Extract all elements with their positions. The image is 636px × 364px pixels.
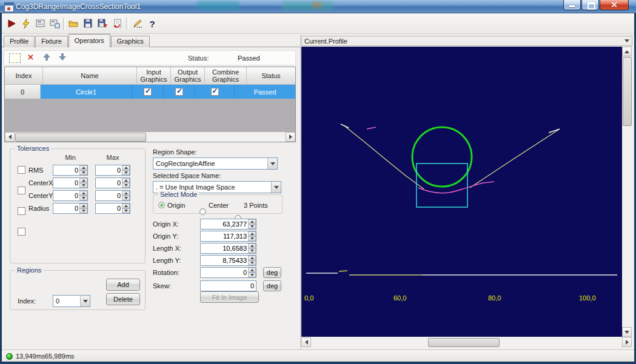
spin-up-button[interactable]: [122, 165, 130, 170]
spin-down-button[interactable]: [248, 224, 256, 229]
spin-down-button[interactable]: [122, 170, 130, 175]
radius-min-input[interactable]: [53, 204, 79, 213]
scroll-left-button[interactable]: [5, 132, 15, 142]
output-graphics-checkbox[interactable]: [175, 88, 183, 96]
open-button[interactable]: [67, 17, 80, 30]
scroll-track[interactable]: [311, 337, 622, 347]
centery-max-input[interactable]: [96, 191, 122, 200]
spin-up-button[interactable]: [79, 204, 87, 208]
scroll-right-button[interactable]: [622, 337, 632, 347]
spin-down-button[interactable]: [79, 170, 87, 175]
display-v-scrollbar[interactable]: [622, 47, 632, 337]
scroll-thumb[interactable]: [15, 133, 146, 142]
centery-min-input[interactable]: [53, 191, 79, 200]
import-button[interactable]: [110, 17, 124, 30]
column-header-status[interactable]: Status: [247, 67, 295, 85]
spin-up-button[interactable]: [122, 178, 130, 183]
dropdown-arrow-button[interactable]: [267, 158, 277, 169]
spin-up-button[interactable]: [79, 191, 87, 196]
minimize-button[interactable]: [563, 0, 581, 10]
save-as-button[interactable]: [96, 17, 109, 30]
spin-down-button[interactable]: [248, 236, 256, 241]
search-region-rect[interactable]: [417, 164, 467, 207]
skew-deg-button[interactable]: deg: [263, 280, 281, 291]
spin-up-button[interactable]: [79, 178, 87, 183]
spin-up-button[interactable]: [248, 219, 256, 224]
region-index-dropdown[interactable]: 0: [53, 295, 90, 307]
radius-max-input[interactable]: [96, 204, 122, 213]
scroll-left-button[interactable]: [301, 337, 311, 347]
tab-graphics[interactable]: Graphics: [111, 36, 150, 47]
new-tool-button[interactable]: [48, 17, 61, 30]
spin-down-button[interactable]: [248, 260, 256, 265]
add-region-button[interactable]: Add: [106, 279, 140, 291]
spin-up-button[interactable]: [248, 256, 256, 260]
help-button[interactable]: ?: [146, 17, 159, 30]
centerx-checkbox[interactable]: [18, 187, 25, 194]
center-radio[interactable]: [199, 208, 206, 215]
scroll-up-button[interactable]: [622, 47, 632, 56]
spin-up-button[interactable]: [248, 243, 256, 248]
run-button[interactable]: [5, 17, 18, 30]
maximize-button[interactable]: [581, 0, 599, 10]
move-up-button[interactable]: [43, 53, 50, 62]
input-graphics-checkbox[interactable]: [144, 88, 152, 96]
column-header-input[interactable]: Input Graphics: [137, 67, 171, 85]
fit-in-image-button[interactable]: Fit In Image: [200, 291, 259, 303]
length-y-input[interactable]: [201, 256, 248, 265]
scroll-thumb[interactable]: [623, 57, 632, 126]
region-shape-dropdown[interactable]: CogRectangleAffine: [153, 157, 278, 170]
row-index-cell[interactable]: 0: [5, 85, 41, 99]
rotation-deg-button[interactable]: deg: [263, 267, 281, 278]
scroll-track[interactable]: [622, 56, 632, 327]
signature-button[interactable]: [131, 17, 144, 30]
save-button[interactable]: [81, 17, 95, 30]
tab-profile[interactable]: Profile: [4, 36, 35, 47]
column-header-combine[interactable]: Combine Graphics: [205, 67, 247, 85]
spin-down-button[interactable]: [79, 208, 87, 213]
centerx-min-input[interactable]: [53, 178, 79, 188]
spin-down-button[interactable]: [122, 208, 130, 213]
delete-operator-button[interactable]: ✕: [27, 53, 34, 62]
column-header-index[interactable]: Index: [5, 67, 43, 85]
spin-down-button[interactable]: [122, 196, 130, 200]
grid-h-scrollbar[interactable]: [5, 132, 295, 142]
spin-up-button[interactable]: [248, 231, 256, 236]
row-name-cell[interactable]: Circle1: [41, 85, 132, 99]
title-bar[interactable]: Cog3DRangeImageCrossSectionTool1: [0, 0, 636, 13]
length-x-input[interactable]: [201, 243, 248, 253]
column-header-name[interactable]: Name: [43, 67, 137, 85]
spin-down-button[interactable]: [79, 183, 87, 188]
profile-display[interactable]: 0,0 60,0 80,0 100,0: [301, 47, 622, 337]
rms-max-input[interactable]: [96, 165, 122, 175]
origin-radio[interactable]: [158, 202, 165, 208]
spin-down-button[interactable]: [248, 248, 256, 253]
table-row[interactable]: 0 Circle1 Passed: [5, 85, 295, 99]
spin-up-button[interactable]: [122, 191, 130, 196]
panel-splitter[interactable]: [300, 35, 301, 349]
skew-input[interactable]: [201, 282, 256, 290]
close-button[interactable]: [600, 0, 629, 10]
move-down-button[interactable]: [59, 53, 66, 62]
results-button[interactable]: [34, 17, 47, 30]
add-operator-icon[interactable]: [9, 53, 21, 63]
origin-x-input[interactable]: [201, 219, 248, 229]
dropdown-arrow-button[interactable]: [80, 296, 90, 306]
origin-y-input[interactable]: [201, 231, 248, 241]
spin-up-button[interactable]: [122, 204, 130, 208]
spin-up-button[interactable]: [248, 268, 256, 273]
run-once-button[interactable]: [19, 17, 33, 30]
combine-graphics-checkbox[interactable]: [211, 88, 219, 96]
spin-up-button[interactable]: [79, 165, 87, 170]
display-source-dropdown[interactable]: Current.Profile: [301, 36, 632, 46]
column-header-output[interactable]: Output Graphics: [171, 67, 205, 85]
tab-fixture[interactable]: Fixture: [35, 36, 68, 47]
rms-checkbox[interactable]: [18, 166, 25, 174]
scroll-track[interactable]: [15, 132, 286, 142]
centery-checkbox[interactable]: [18, 207, 25, 215]
row-status-cell[interactable]: Passed: [235, 85, 295, 99]
rotation-input[interactable]: [201, 268, 248, 277]
scroll-down-button[interactable]: [622, 327, 632, 337]
tab-operators[interactable]: Operators: [69, 34, 110, 47]
spin-down-button[interactable]: [79, 196, 87, 200]
